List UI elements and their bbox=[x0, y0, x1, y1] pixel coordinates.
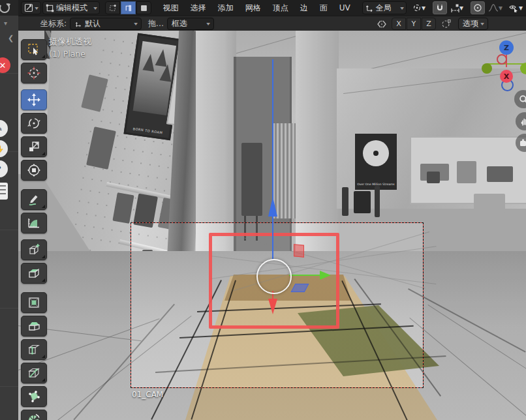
orientation-label: 全局 bbox=[376, 3, 392, 14]
menu-uv[interactable]: UV bbox=[334, 0, 356, 16]
menu-vertex[interactable]: 顶点 bbox=[268, 0, 294, 16]
coord-system-value: 默认 bbox=[85, 18, 101, 29]
list-icon[interactable] bbox=[0, 183, 8, 200]
face-select-button[interactable] bbox=[136, 1, 151, 14]
editor-type-icon bbox=[24, 3, 33, 12]
coord-system-label: 坐标系: bbox=[40, 18, 67, 29]
gizmo-plane-handle-red[interactable] bbox=[294, 244, 304, 258]
mode-label: 编辑模式 bbox=[56, 3, 87, 14]
panel-icon-1[interactable]: ✎ bbox=[0, 120, 8, 137]
edge-select-button[interactable] bbox=[121, 1, 136, 14]
proportional-circle-icon bbox=[473, 3, 482, 12]
mirror-icon bbox=[376, 20, 388, 29]
mode-dropdown[interactable]: 编辑模式 ▾ bbox=[42, 1, 100, 14]
tool-select-box-button[interactable] bbox=[21, 39, 47, 60]
cursor-axes-icon bbox=[74, 20, 82, 28]
shelf-niche bbox=[410, 136, 526, 204]
snap-target-dropdown[interactable]: ▾ bbox=[448, 2, 465, 14]
poster-record-caption: Over One Million Streams bbox=[357, 182, 395, 185]
tool-inset-faces-button[interactable] bbox=[21, 292, 47, 313]
menu-edge[interactable]: 边 bbox=[295, 0, 313, 16]
mirror-options-group: X Y Z 选项 ▾ bbox=[376, 18, 488, 30]
tool-add-cube-button[interactable] bbox=[21, 239, 47, 260]
coord-system-dropdown[interactable]: 默认 ▾ bbox=[70, 18, 142, 30]
menu-add[interactable]: 添加 bbox=[213, 0, 239, 16]
tool-annotate-button[interactable] bbox=[21, 189, 47, 210]
chevron-down-icon[interactable]: ▾ bbox=[4, 20, 7, 27]
view-perspective-label: 摄像机透视 bbox=[49, 36, 91, 48]
options-dropdown[interactable]: 选项 ▾ bbox=[458, 18, 488, 30]
tool-rotate-button[interactable] bbox=[21, 113, 47, 134]
poster-caption: BORN TO ROAM bbox=[126, 126, 169, 136]
snap-base-icon[interactable] bbox=[441, 19, 452, 29]
orientation-dropdown[interactable]: 全局 ▾ bbox=[362, 1, 407, 14]
options-label: 选项 bbox=[463, 18, 478, 29]
nav-axis-neg-x[interactable] bbox=[497, 54, 507, 65]
hand-icon[interactable]: ✋ bbox=[0, 140, 8, 157]
visibility-filter-dropdown[interactable]: ▾ bbox=[506, 2, 525, 14]
tool-spin-button[interactable] bbox=[21, 410, 47, 420]
mirror-y-button[interactable]: Y bbox=[407, 18, 421, 30]
nav-axis-z[interactable]: Z bbox=[499, 40, 514, 55]
proportional-edit-toggle[interactable] bbox=[471, 1, 485, 14]
editor-type-selector[interactable]: ▾ bbox=[21, 1, 41, 14]
pivot-point-dropdown[interactable]: ▾ bbox=[410, 2, 427, 14]
viewport-header: ▾ 编辑模式 ▾ 视图 选择 添加 网格 顶点 边 bbox=[18, 0, 526, 16]
tool-loop-cut-button[interactable] bbox=[21, 339, 47, 360]
falloff-curve-icon bbox=[488, 3, 499, 12]
snap-increment-icon bbox=[450, 3, 459, 12]
tool-knife-button[interactable] bbox=[21, 363, 47, 383]
menu-select[interactable]: 选择 bbox=[185, 0, 211, 16]
gizmo-x-arrow[interactable] bbox=[268, 299, 277, 314]
mirror-z-button[interactable]: Z bbox=[422, 18, 436, 30]
tool-scale-button[interactable] bbox=[21, 136, 47, 157]
dark-shelf-object bbox=[241, 143, 262, 216]
menu-mesh[interactable]: 网格 bbox=[240, 0, 266, 16]
tool-settings-bar: 坐标系: 默认 ▾ 拖… 框选 ▾ X Y Z bbox=[18, 16, 526, 32]
nav-axis-x[interactable]: X bbox=[500, 70, 513, 83]
blender-window: ❮ ▾ ✕ ✎ ✋ ? ▾ 编辑模式 ▾ bbox=[0, 0, 526, 420]
nav-axis-neg-y[interactable] bbox=[482, 63, 492, 74]
active-object-label: (1) Plane bbox=[49, 49, 85, 59]
camera-icon bbox=[519, 139, 526, 147]
axes-icon bbox=[365, 4, 374, 12]
gizmo-center-circle[interactable] bbox=[256, 259, 292, 294]
gizmo-z-arrow[interactable] bbox=[268, 197, 277, 217]
mirror-x-button[interactable]: X bbox=[392, 18, 406, 30]
tool-poly-build-button[interactable] bbox=[21, 386, 47, 407]
orbit-icon[interactable] bbox=[0, 1, 13, 14]
drag-action-dropdown[interactable]: 框选 ▾ bbox=[167, 18, 214, 30]
gizmo-y-arrow[interactable] bbox=[320, 271, 331, 280]
gizmo-z-axis[interactable] bbox=[272, 59, 273, 259]
hand-icon bbox=[520, 117, 526, 127]
toolbar bbox=[21, 39, 47, 420]
magnifier-icon bbox=[519, 95, 526, 104]
tool-transform-button[interactable] bbox=[21, 160, 47, 181]
falloff-dropdown[interactable]: ▾ bbox=[486, 2, 504, 14]
menu-view[interactable]: 视图 bbox=[158, 0, 184, 16]
viewport-3d[interactable]: BORN TO ROAM bbox=[18, 31, 526, 420]
camera-name-label: 01_CAM bbox=[132, 390, 163, 399]
tool-bevel-button[interactable] bbox=[21, 316, 47, 337]
snap-toggle[interactable] bbox=[433, 1, 447, 14]
menu-face[interactable]: 面 bbox=[315, 0, 333, 16]
tool-cursor-button[interactable] bbox=[21, 63, 47, 83]
tool-move-button[interactable] bbox=[21, 89, 47, 110]
drag-action-value: 框选 bbox=[172, 18, 187, 29]
edit-mode-icon bbox=[46, 4, 54, 12]
left-edge-panel: ❮ ▾ ✕ ✎ ✋ ? bbox=[0, 0, 19, 420]
vertex-select-button[interactable] bbox=[105, 1, 120, 14]
help-icon[interactable]: ? bbox=[0, 160, 8, 177]
tool-extrude-region-button[interactable] bbox=[21, 263, 47, 284]
tool-measure-button[interactable] bbox=[21, 213, 47, 233]
select-mode-group bbox=[105, 1, 151, 14]
navigation-gizmo[interactable]: Z X bbox=[475, 36, 526, 95]
collapse-arrow-icon[interactable]: ❮ bbox=[8, 34, 14, 42]
drag-label: 拖… bbox=[148, 18, 164, 29]
gizmo-y-axis[interactable] bbox=[289, 275, 320, 276]
pivot-icon bbox=[412, 3, 422, 12]
poster-record: Over One Million Streams bbox=[355, 134, 397, 190]
nav-axis-y[interactable] bbox=[520, 63, 526, 74]
eye-cursor-icon bbox=[508, 3, 519, 12]
stop-button[interactable]: ✕ bbox=[0, 57, 10, 73]
